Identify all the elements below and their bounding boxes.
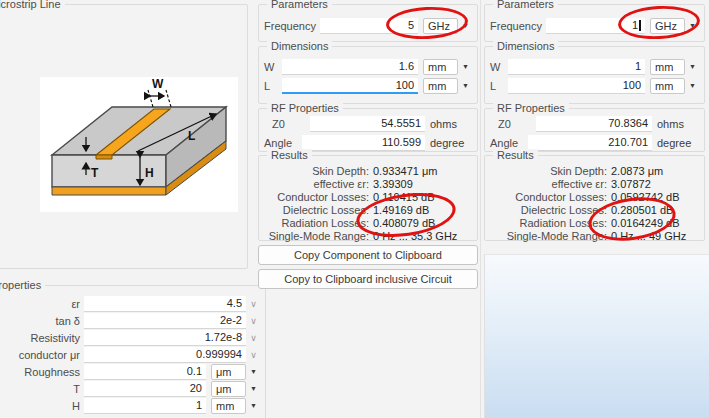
angle-unit-a: degree	[430, 137, 472, 149]
dimensions-title-a: Dimensions	[267, 40, 332, 53]
w-guide-left	[148, 90, 153, 107]
rf-properties-title-b: RF Properties	[493, 102, 569, 115]
tand-label: tan δ	[0, 315, 80, 327]
panel-rf-properties-a: RF Properties Z0 54.5551 ohms Angle 110.…	[258, 108, 478, 152]
plot-placeholder-area	[484, 254, 709, 418]
frequency-label-a: Frequency	[264, 20, 316, 32]
w-guide-right	[166, 90, 171, 107]
l-unit-combo-a[interactable]: mm	[423, 78, 458, 94]
strip-conductor-front	[96, 155, 112, 159]
w-label-a: W	[264, 61, 278, 73]
microstrip-line-title: Microstrip Line	[0, 0, 65, 11]
h-label: H	[0, 400, 80, 412]
dropdown-arrow-icon[interactable]: ▼	[247, 402, 260, 409]
w-field-b[interactable]: 1	[508, 59, 645, 75]
angle-unit-b: degree	[657, 137, 699, 149]
t-unit-combo[interactable]: μm	[211, 381, 246, 397]
dropdown-arrow-icon[interactable]: ▼	[247, 368, 260, 375]
dropdown-arrow-icon[interactable]: ▼	[686, 82, 699, 89]
z0-unit-b: ohms	[657, 118, 699, 130]
w-label: W	[152, 77, 164, 91]
l-label-b: L	[490, 80, 504, 92]
z0-label-a: Z0	[264, 118, 306, 130]
z0-field-a[interactable]: 54.5551	[310, 116, 425, 132]
l-row-a: L 100 mm ▼	[259, 76, 477, 95]
l-label-a: L	[264, 80, 278, 92]
l-unit-combo-b[interactable]: mm	[650, 78, 685, 94]
chevron-down-icon[interactable]: ∨	[247, 333, 260, 343]
z0-row-b: Z0 70.8364 ohms	[485, 114, 704, 133]
panel-dimensions-a: Dimensions W 1.6 mm ▼ L 100 mm ▼	[258, 46, 478, 104]
rf-properties-title-a: RF Properties	[267, 102, 343, 115]
property-row-roughness: Roughness 0.1 μm ▼	[0, 363, 265, 380]
property-row-resistivity: Resistivity 1.72e-8 ∨	[0, 329, 265, 346]
properties-title: Properties	[0, 279, 45, 292]
result-skin-depth-b: Skin Depth: 2.0873 μm	[485, 165, 704, 178]
roughness-field[interactable]: 0.1	[84, 364, 206, 380]
property-row-mur: conductor μr 0.999994 ∨	[0, 346, 265, 363]
w-unit-combo-b[interactable]: mm	[650, 59, 685, 75]
dropdown-arrow-icon[interactable]: ▼	[459, 63, 472, 70]
t-label: T	[91, 166, 99, 180]
w-unit-combo-a[interactable]: mm	[423, 59, 458, 75]
mur-field[interactable]: 0.999994	[84, 347, 246, 363]
angle-field-a[interactable]: 110.599	[302, 135, 425, 151]
l-label: L	[188, 129, 195, 143]
property-row-h: H 1 mm ▼	[0, 397, 265, 414]
resistivity-field[interactable]: 1.72e-8	[84, 330, 246, 346]
chevron-down-icon[interactable]: ∨	[247, 299, 260, 309]
result-effective-er-a: effective εr: 3.39309	[259, 178, 477, 191]
tand-field[interactable]: 2e-2	[84, 313, 246, 329]
h-field[interactable]: 1	[84, 398, 206, 414]
w-field-a[interactable]: 1.6	[282, 59, 418, 75]
microstrip-calculator-window: Microstrip Line W	[0, 0, 709, 418]
roughness-unit-combo[interactable]: μm	[211, 364, 246, 380]
er-field[interactable]: 4.5	[84, 296, 246, 312]
roughness-label: Roughness	[0, 366, 80, 378]
w-label-b: W	[490, 61, 504, 73]
angle-label-a: Angle	[264, 137, 298, 149]
copy-circuit-button[interactable]: Copy to Clipboard inclusive Circuit	[258, 269, 478, 289]
result-skin-depth-a: Skin Depth: 0.933471 μm	[259, 165, 477, 178]
chevron-down-icon[interactable]: ∨	[247, 316, 260, 326]
dimensions-title-b: Dimensions	[493, 40, 558, 53]
panel-rf-properties-b: RF Properties Z0 70.8364 ohms Angle 210.…	[484, 108, 705, 152]
ground-plane-front	[52, 187, 166, 195]
z0-row-a: Z0 54.5551 ohms	[259, 114, 477, 133]
parameters-title-b: Parameters	[493, 0, 558, 11]
l-row-b: L 100 mm ▼	[485, 76, 704, 95]
er-label: εr	[0, 298, 80, 310]
dropdown-arrow-icon[interactable]: ▼	[459, 82, 472, 89]
l-field-b[interactable]: 100	[508, 78, 645, 94]
mur-label: conductor μr	[0, 349, 80, 361]
z0-label-b: Z0	[490, 118, 532, 130]
panel-dimensions-b: Dimensions W 1 mm ▼ L 100 mm ▼	[484, 46, 705, 104]
microstrip-diagram: W L T H	[40, 77, 238, 212]
result-effective-er-b: effective εr: 3.07872	[485, 178, 704, 191]
w-row-a: W 1.6 mm ▼	[259, 57, 477, 76]
w-row-b: W 1 mm ▼	[485, 57, 704, 76]
t-field[interactable]: 20	[84, 381, 206, 397]
dropdown-arrow-icon[interactable]: ▼	[247, 385, 260, 392]
results-title-a: Results	[267, 149, 312, 162]
property-row-t: T 20 μm ▼	[0, 380, 265, 397]
property-row-tand: tan δ 2e-2 ∨	[0, 312, 265, 329]
z0-field-b[interactable]: 70.8364	[536, 116, 652, 132]
h-label: H	[145, 166, 154, 180]
property-row-er: εr 4.5 ∨	[0, 295, 265, 312]
results-title-b: Results	[493, 149, 538, 162]
dropdown-arrow-icon[interactable]: ▼	[686, 63, 699, 70]
chevron-down-icon[interactable]: ∨	[247, 350, 260, 360]
panel-properties: Properties εr 4.5 ∨ tan δ 2e-2 ∨ Resisti…	[0, 285, 266, 418]
microstrip-3d-illustration: W L T H	[40, 77, 238, 212]
angle-field-b[interactable]: 210.701	[528, 135, 652, 151]
resistivity-label: Resistivity	[0, 332, 80, 344]
angle-label-b: Angle	[490, 137, 524, 149]
l-field-a[interactable]: 100	[282, 78, 418, 94]
copy-component-button[interactable]: Copy Component to Clipboard	[258, 245, 478, 265]
frequency-label-b: Frequency	[490, 20, 542, 32]
parameters-title-a: Parameters	[267, 0, 332, 11]
h-unit-combo[interactable]: mm	[211, 398, 246, 414]
t-label: T	[0, 383, 80, 395]
z0-unit-a: ohms	[430, 118, 472, 130]
